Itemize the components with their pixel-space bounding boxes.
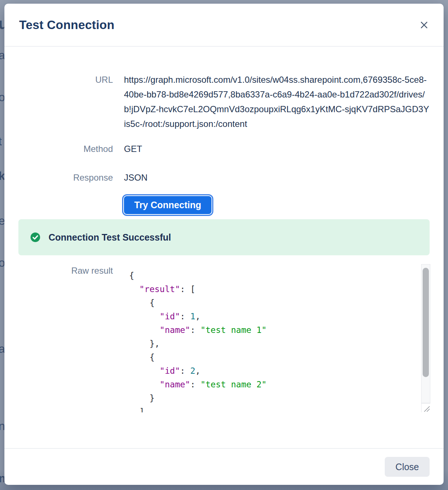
field-row-method: Method GET xyxy=(4,142,444,156)
raw-result-scrollbar-thumb[interactable] xyxy=(423,268,429,377)
raw-result-row: Raw result { "result": [ { "id": 1, "nam… xyxy=(4,263,444,412)
url-label: URL xyxy=(4,72,113,87)
resize-handle-icon[interactable] xyxy=(421,403,430,412)
close-icon xyxy=(419,20,429,30)
close-button[interactable] xyxy=(417,18,431,32)
raw-result-code: { "result": [ { "id": 1, "name": "test n… xyxy=(124,263,430,412)
raw-result-textarea[interactable]: { "result": [ { "id": 1, "name": "test n… xyxy=(124,263,430,412)
field-row-response: Response JSON xyxy=(4,170,444,185)
raw-result-label: Raw result xyxy=(4,263,113,278)
modal-body: URL https://graph.microsoft.com/v1.0/sit… xyxy=(4,47,444,448)
modal-header: Test Connection xyxy=(4,4,444,47)
method-value: GET xyxy=(124,142,430,156)
raw-result-scrollbar[interactable] xyxy=(421,264,430,403)
method-label: Method xyxy=(4,142,113,156)
success-banner-text: Connection Test Successful xyxy=(49,232,171,243)
modal-footer: Close xyxy=(4,448,444,485)
success-banner: Connection Test Successful xyxy=(18,219,430,255)
check-circle-icon xyxy=(30,232,40,242)
test-connection-modal: Test Connection URL https://graph.micros… xyxy=(4,4,444,485)
try-connecting-button[interactable]: Try Connecting xyxy=(124,196,211,214)
try-connecting-row: Try Connecting xyxy=(4,196,444,214)
response-label: Response xyxy=(4,170,113,185)
close-footer-button[interactable]: Close xyxy=(385,457,430,477)
modal-title: Test Connection xyxy=(19,18,114,32)
field-row-url: URL https://graph.microsoft.com/v1.0/sit… xyxy=(4,72,444,131)
response-value: JSON xyxy=(124,170,430,185)
url-value: https://graph.microsoft.com/v1.0/sites/w… xyxy=(124,72,430,131)
